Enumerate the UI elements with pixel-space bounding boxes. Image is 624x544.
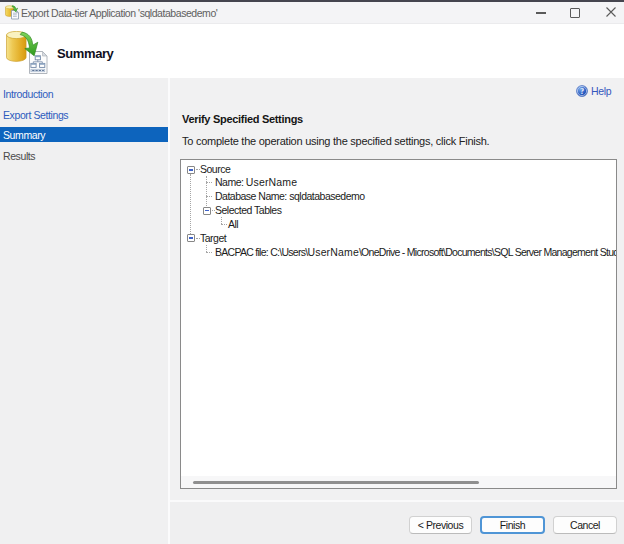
svg-text:?: ? [580,87,584,96]
